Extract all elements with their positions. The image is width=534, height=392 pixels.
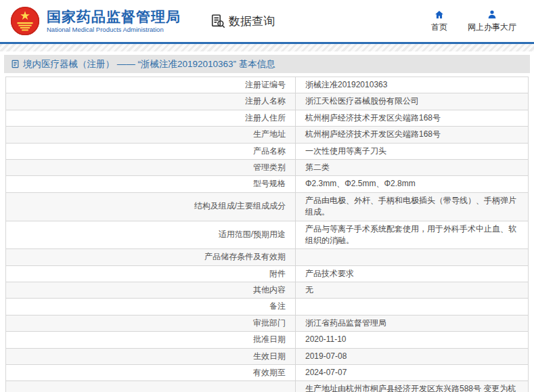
row-value [296,249,528,265]
row-label: 批准日期 [6,332,296,347]
row-label: 产品储存条件及有效期 [6,249,296,265]
row-label: 变更情况 [6,381,296,392]
table-row: 产品储存条件及有效期 [6,249,528,265]
row-value: 2019-07-08 [296,349,528,364]
row-label: 适用范围/预期用途 [6,221,296,249]
data-query-tab[interactable]: 数据查询 [210,14,275,29]
row-value: 第二类 [296,160,528,175]
row-label-text: 结构及组成/主要组成成分 [194,200,286,212]
row-value: 生产地址由杭州市桐庐县经济开发区东兴路588号 变更为杭州桐庐经济技术开发区尖端… [296,381,528,392]
row-value: 浙械注准20192010363 [296,77,528,93]
site-logo[interactable]: 国家药品监督管理局 National Medical Products Admi… [9,5,181,37]
row-label-text: 批准日期 [253,334,286,345]
row-label-text: 生效日期 [253,351,286,362]
hatch-band [0,44,534,51]
row-value: 产品技术要求 [296,266,528,282]
row-value: 2020-11-10 [296,332,528,347]
document-icon [11,60,20,68]
row-label-text: 生产地址 [253,129,286,140]
row-label: 附件 [6,266,296,282]
breadcrumb: 境内医疗器械（注册） —— “浙械注准20192010363” 基本信息 [4,55,530,73]
table-row: 型号规格Φ2.3mm、Φ2.5mm、Φ2.8mm [6,176,528,192]
row-label: 管理类别 [6,160,296,175]
table-row: 适用范围/预期用途产品与等离子手术系统配套使用，用于外科手术中止血、软组织的消融… [6,221,528,250]
table-row: 注册人住所杭州桐庐经济技术开发区尖端路168号 [6,110,528,127]
row-label-text: 型号规格 [253,178,286,190]
row-label: 型号规格 [6,176,296,192]
row-label-text: 注册证编号 [245,79,286,91]
row-label: 生效日期 [6,349,296,364]
table-row: 其他内容无 [6,282,528,299]
row-label-text: 产品储存条件及有效期 [204,251,286,263]
row-label-text: 有效期至 [253,367,286,378]
home-icon [434,9,445,20]
row-value: 产品与等离子手术系统配套使用，用于外科手术中止血、软组织的消融。 [296,221,528,249]
table-row: 附件产品技术要求 [6,266,528,282]
nav-service-hall-label: 网上办事大厅 [468,22,516,33]
row-label-text: 产品名称 [253,146,286,157]
person-icon [487,9,497,20]
row-label-text: 备注 [269,301,286,312]
info-table: 注册证编号浙械注准20192010363注册人名称浙江天松医疗器械股份有限公司注… [5,77,529,392]
nav-service-hall[interactable]: 网上办事大厅 [468,9,516,33]
table-row: 结构及组成/主要组成成分产品由电极、外杆、手柄和电极插头（带导线）、手柄弹片组成… [6,193,528,221]
table-row: 生效日期2019-07-08 [6,349,528,365]
row-value: 产品由电极、外杆、手柄和电极插头（带导线）、手柄弹片组成。 [296,193,528,221]
row-label: 注册人住所 [6,110,296,126]
data-query-label: 数据查询 [229,14,275,29]
row-label-text: 管理类别 [253,162,286,173]
row-value: 浙江天松医疗器械股份有限公司 [296,93,528,109]
row-label: 有效期至 [6,365,296,380]
table-row: 产品名称一次性使用等离子刀头 [6,144,528,160]
row-value: 杭州桐庐经济技术开发区尖端路168号 [296,110,528,126]
row-value: 浙江省药品监督管理局 [296,315,528,331]
table-row: 批准日期2020-11-10 [6,332,528,348]
row-label: 结构及组成/主要组成成分 [6,193,296,221]
org-title: 国家药品监督管理局 [47,9,181,24]
table-row: 审批部门浙江省药品监督管理局 [6,315,528,332]
row-value: 2024-07-07 [296,365,528,380]
row-label: 其他内容 [6,282,296,298]
row-label: 注册人名称 [6,93,296,109]
nav-home-label: 首页 [431,22,447,33]
table-row: 管理类别第二类 [6,160,528,176]
table-row: 变更情况生产地址由杭州市桐庐县经济开发区东兴路588号 变更为杭州桐庐经济技术开… [6,381,528,392]
table-row: 备注 [6,299,528,315]
table-row: 注册人名称浙江天松医疗器械股份有限公司 [6,93,528,110]
row-label-text: 其他内容 [253,284,286,296]
row-label: 产品名称 [6,144,296,159]
row-label-text: 注册人名称 [245,95,286,107]
row-label-text: 附件 [269,268,286,280]
row-label: 备注 [6,299,296,314]
nav-home[interactable]: 首页 [431,9,447,33]
row-label-text: 注册人住所 [245,112,286,124]
page: 国家药品监督管理局 National Medical Products Admi… [0,0,534,392]
row-label: 审批部门 [6,315,296,331]
row-value: 杭州桐庐经济技术开发区尖端路168号 [296,127,528,142]
table-row: 有效期至2024-07-07 [6,365,528,381]
org-titles: 国家药品监督管理局 National Medical Products Admi… [47,9,181,33]
row-label: 注册证编号 [6,77,296,93]
row-label: 生产地址 [6,127,296,142]
row-label-text: 适用范围/预期用途 [219,229,286,240]
row-label-text: 审批部门 [253,318,286,329]
breadcrumb-title: 境内医疗器械（注册） —— “浙械注准20192010363” 基本信息 [23,58,275,70]
org-subtitle: National Medical Products Administration [47,26,181,33]
row-value: 无 [296,282,528,298]
site-header: 国家药品监督管理局 National Medical Products Admi… [0,0,534,42]
data-query-icon [210,14,225,28]
row-value: Φ2.3mm、Φ2.5mm、Φ2.8mm [296,176,528,192]
national-emblem-icon [9,5,41,37]
top-nav: 首页 网上办事大厅 [431,9,525,33]
row-value [296,299,528,314]
row-value: 一次性使用等离子刀头 [296,144,528,159]
table-row: 生产地址杭州桐庐经济技术开发区尖端路168号 [6,127,528,143]
table-row: 注册证编号浙械注准20192010363 [6,77,528,93]
